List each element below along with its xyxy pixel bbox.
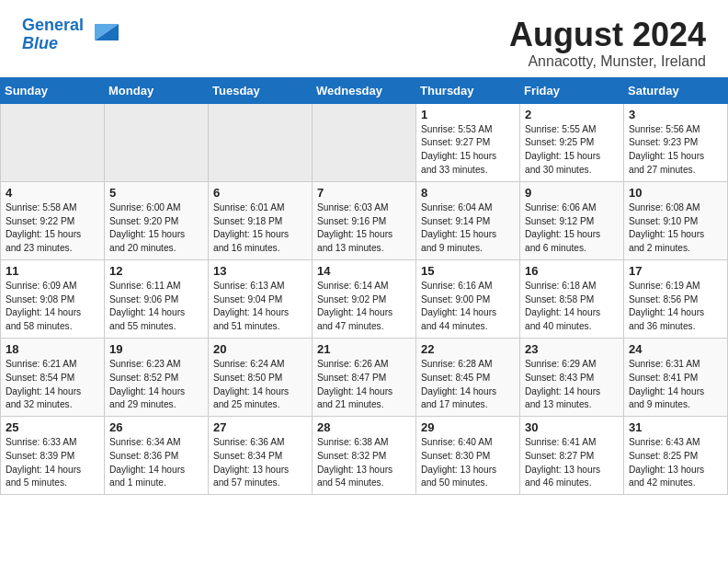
calendar-week-row: 11Sunrise: 6:09 AM Sunset: 9:08 PM Dayli… — [1, 259, 728, 338]
calendar-day-cell: 2Sunrise: 5:55 AM Sunset: 9:25 PM Daylig… — [520, 103, 624, 181]
page-title: August 2024 — [509, 17, 706, 53]
calendar-day-cell: 12Sunrise: 6:11 AM Sunset: 9:06 PM Dayli… — [105, 259, 209, 338]
day-number: 29 — [421, 420, 515, 434]
calendar-table: SundayMondayTuesdayWednesdayThursdayFrid… — [0, 77, 728, 496]
calendar-header-row: SundayMondayTuesdayWednesdayThursdayFrid… — [1, 77, 728, 103]
day-number: 25 — [6, 420, 99, 434]
day-number: 23 — [525, 342, 619, 356]
day-info: Sunrise: 5:56 AM Sunset: 9:23 PM Dayligh… — [629, 123, 722, 178]
calendar-day-cell: 23Sunrise: 6:29 AM Sunset: 8:43 PM Dayli… — [520, 338, 624, 416]
day-number: 14 — [317, 264, 411, 278]
calendar-day-cell: 13Sunrise: 6:13 AM Sunset: 9:04 PM Dayli… — [209, 259, 313, 338]
calendar-day-cell: 21Sunrise: 6:26 AM Sunset: 8:47 PM Dayli… — [313, 338, 416, 416]
calendar-day-cell: 19Sunrise: 6:23 AM Sunset: 8:52 PM Dayli… — [105, 338, 209, 416]
day-info: Sunrise: 6:41 AM Sunset: 8:27 PM Dayligh… — [525, 436, 619, 490]
day-number: 9 — [525, 186, 619, 200]
day-info: Sunrise: 6:31 AM Sunset: 8:41 PM Dayligh… — [629, 358, 722, 412]
calendar-day-cell: 29Sunrise: 6:40 AM Sunset: 8:30 PM Dayli… — [416, 417, 520, 495]
calendar-day-cell: 11Sunrise: 6:09 AM Sunset: 9:08 PM Dayli… — [1, 259, 105, 338]
day-number: 19 — [109, 342, 203, 356]
calendar-day-cell — [105, 103, 209, 181]
calendar-week-row: 1Sunrise: 5:53 AM Sunset: 9:27 PM Daylig… — [1, 103, 728, 181]
day-number: 6 — [213, 186, 307, 200]
day-number: 17 — [629, 264, 722, 278]
logo-text: GeneralBlue — [22, 17, 84, 53]
calendar-week-row: 25Sunrise: 6:33 AM Sunset: 8:39 PM Dayli… — [1, 417, 728, 495]
day-number: 7 — [317, 186, 411, 200]
day-number: 28 — [317, 420, 411, 434]
calendar-day-cell: 3Sunrise: 5:56 AM Sunset: 9:23 PM Daylig… — [624, 103, 728, 181]
calendar-day-cell: 25Sunrise: 6:33 AM Sunset: 8:39 PM Dayli… — [1, 417, 105, 495]
day-number: 3 — [629, 108, 722, 121]
day-info: Sunrise: 6:16 AM Sunset: 9:00 PM Dayligh… — [421, 280, 515, 334]
calendar-day-cell — [209, 103, 313, 181]
day-number: 22 — [421, 342, 515, 356]
day-number: 16 — [525, 264, 619, 278]
calendar-day-cell: 16Sunrise: 6:18 AM Sunset: 8:58 PM Dayli… — [520, 259, 624, 338]
weekday-header: Monday — [105, 77, 209, 103]
day-info: Sunrise: 6:01 AM Sunset: 9:18 PM Dayligh… — [213, 201, 307, 256]
day-number: 11 — [6, 264, 99, 278]
calendar-day-cell: 8Sunrise: 6:04 AM Sunset: 9:14 PM Daylig… — [416, 181, 520, 259]
calendar-day-cell: 5Sunrise: 6:00 AM Sunset: 9:20 PM Daylig… — [105, 181, 209, 259]
day-number: 27 — [213, 420, 307, 434]
day-number: 13 — [213, 264, 307, 278]
day-number: 10 — [629, 186, 722, 200]
day-info: Sunrise: 5:55 AM Sunset: 9:25 PM Dayligh… — [525, 123, 619, 178]
day-info: Sunrise: 6:14 AM Sunset: 9:02 PM Dayligh… — [317, 280, 411, 334]
calendar-day-cell: 10Sunrise: 6:08 AM Sunset: 9:10 PM Dayli… — [624, 181, 728, 259]
calendar-day-cell: 24Sunrise: 6:31 AM Sunset: 8:41 PM Dayli… — [624, 338, 728, 416]
day-number: 26 — [109, 420, 203, 434]
day-info: Sunrise: 6:40 AM Sunset: 8:30 PM Dayligh… — [421, 436, 515, 490]
calendar-day-cell: 27Sunrise: 6:36 AM Sunset: 8:34 PM Dayli… — [209, 417, 313, 495]
day-info: Sunrise: 5:53 AM Sunset: 9:27 PM Dayligh… — [421, 123, 515, 178]
day-number: 31 — [629, 420, 722, 434]
day-info: Sunrise: 6:19 AM Sunset: 8:56 PM Dayligh… — [629, 280, 722, 334]
weekday-header: Tuesday — [209, 77, 313, 103]
day-number: 21 — [317, 342, 411, 356]
calendar-day-cell — [1, 103, 105, 181]
weekday-header: Sunday — [1, 77, 105, 103]
day-number: 24 — [629, 342, 722, 356]
day-number: 20 — [213, 342, 307, 356]
day-number: 2 — [525, 108, 619, 121]
calendar-day-cell: 7Sunrise: 6:03 AM Sunset: 9:16 PM Daylig… — [313, 181, 416, 259]
calendar-day-cell: 20Sunrise: 6:24 AM Sunset: 8:50 PM Dayli… — [209, 338, 313, 416]
day-info: Sunrise: 6:09 AM Sunset: 9:08 PM Dayligh… — [6, 280, 99, 334]
calendar-day-cell: 9Sunrise: 6:06 AM Sunset: 9:12 PM Daylig… — [520, 181, 624, 259]
day-info: Sunrise: 6:36 AM Sunset: 8:34 PM Dayligh… — [213, 436, 307, 490]
day-number: 12 — [109, 264, 203, 278]
calendar-day-cell: 28Sunrise: 6:38 AM Sunset: 8:32 PM Dayli… — [313, 417, 416, 495]
page-header: GeneralBlue August 2024 Annacotty, Munst… — [0, 0, 728, 77]
day-number: 30 — [525, 420, 619, 434]
calendar-day-cell: 15Sunrise: 6:16 AM Sunset: 9:00 PM Dayli… — [416, 259, 520, 338]
day-info: Sunrise: 6:21 AM Sunset: 8:54 PM Dayligh… — [6, 358, 99, 412]
calendar-day-cell: 1Sunrise: 5:53 AM Sunset: 9:27 PM Daylig… — [416, 103, 520, 181]
day-info: Sunrise: 6:11 AM Sunset: 9:06 PM Dayligh… — [109, 280, 203, 334]
weekday-header: Saturday — [624, 77, 728, 103]
calendar-day-cell: 17Sunrise: 6:19 AM Sunset: 8:56 PM Dayli… — [624, 259, 728, 338]
day-number: 4 — [6, 186, 99, 200]
day-info: Sunrise: 6:18 AM Sunset: 8:58 PM Dayligh… — [525, 280, 619, 334]
day-number: 15 — [421, 264, 515, 278]
calendar-day-cell: 14Sunrise: 6:14 AM Sunset: 9:02 PM Dayli… — [313, 259, 416, 338]
day-info: Sunrise: 6:29 AM Sunset: 8:43 PM Dayligh… — [525, 358, 619, 412]
calendar-day-cell: 6Sunrise: 6:01 AM Sunset: 9:18 PM Daylig… — [209, 181, 313, 259]
day-info: Sunrise: 6:23 AM Sunset: 8:52 PM Dayligh… — [109, 358, 203, 412]
day-info: Sunrise: 6:24 AM Sunset: 8:50 PM Dayligh… — [213, 358, 307, 412]
day-info: Sunrise: 6:08 AM Sunset: 9:10 PM Dayligh… — [629, 201, 722, 256]
calendar-day-cell: 4Sunrise: 5:58 AM Sunset: 9:22 PM Daylig… — [1, 181, 105, 259]
calendar-day-cell: 18Sunrise: 6:21 AM Sunset: 8:54 PM Dayli… — [1, 338, 105, 416]
weekday-header: Thursday — [416, 77, 520, 103]
calendar-day-cell — [313, 103, 416, 181]
day-info: Sunrise: 6:34 AM Sunset: 8:36 PM Dayligh… — [109, 436, 203, 490]
logo-icon — [85, 15, 119, 48]
calendar-week-row: 18Sunrise: 6:21 AM Sunset: 8:54 PM Dayli… — [1, 338, 728, 416]
day-info: Sunrise: 6:38 AM Sunset: 8:32 PM Dayligh… — [317, 436, 411, 490]
weekday-header: Wednesday — [313, 77, 416, 103]
day-info: Sunrise: 5:58 AM Sunset: 9:22 PM Dayligh… — [6, 201, 99, 256]
day-info: Sunrise: 6:26 AM Sunset: 8:47 PM Dayligh… — [317, 358, 411, 412]
day-info: Sunrise: 6:28 AM Sunset: 8:45 PM Dayligh… — [421, 358, 515, 412]
calendar-day-cell: 30Sunrise: 6:41 AM Sunset: 8:27 PM Dayli… — [520, 417, 624, 495]
logo: GeneralBlue — [22, 17, 119, 53]
